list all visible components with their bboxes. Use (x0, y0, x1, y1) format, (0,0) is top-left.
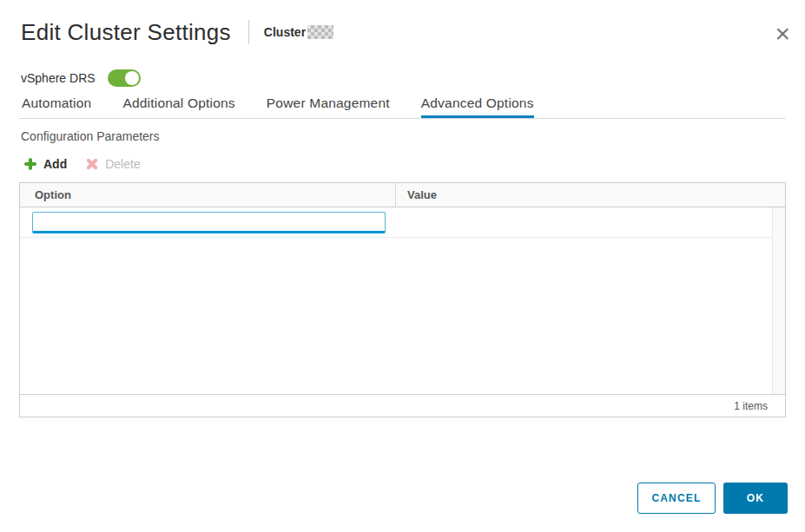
delete-button[interactable]: Delete (86, 157, 140, 171)
tab-automation[interactable]: Automation (22, 92, 91, 118)
edit-cluster-settings-dialog: Edit Cluster Settings Cluster × vSphere … (0, 0, 805, 532)
column-header-value: Value (396, 183, 785, 207)
grid-body (20, 207, 785, 394)
drs-toggle-row: vSphere DRS (21, 69, 141, 87)
plus-icon (24, 158, 36, 170)
add-button-label: Add (43, 157, 67, 171)
scrollbar-track (772, 207, 785, 394)
vsphere-drs-label: vSphere DRS (21, 71, 96, 85)
grid-toolbar: Add Delete (24, 157, 141, 171)
settings-tabs: Automation Additional Options Power Mana… (19, 92, 786, 119)
tab-power-management[interactable]: Power Management (267, 92, 390, 118)
redacted-cluster-name (307, 25, 333, 39)
column-header-option: Option (20, 183, 396, 207)
tab-advanced-options[interactable]: Advanced Options (421, 92, 534, 118)
cluster-context-label: Cluster (264, 25, 306, 39)
page-title: Edit Cluster Settings (21, 19, 231, 46)
dialog-actions: CANCEL OK (637, 483, 788, 514)
close-icon[interactable]: × (773, 21, 792, 47)
dialog-header: Edit Cluster Settings Cluster (21, 17, 333, 47)
section-heading: Configuration Parameters (21, 129, 160, 143)
x-icon (86, 158, 98, 170)
title-divider (248, 20, 249, 44)
items-count: 1 items (734, 400, 768, 412)
grid-header: Option Value (20, 183, 785, 207)
vsphere-drs-toggle[interactable] (108, 69, 141, 87)
configuration-parameters-grid: Option Value 1 items (19, 182, 786, 417)
option-input[interactable] (32, 212, 386, 233)
add-button[interactable]: Add (24, 157, 67, 171)
tab-additional-options[interactable]: Additional Options (122, 92, 234, 118)
ok-button[interactable]: OK (723, 483, 788, 514)
table-row[interactable] (20, 207, 785, 238)
cancel-button[interactable]: CANCEL (637, 483, 716, 514)
delete-button-label: Delete (105, 157, 140, 171)
toggle-knob (125, 71, 139, 85)
grid-footer: 1 items (20, 394, 785, 417)
